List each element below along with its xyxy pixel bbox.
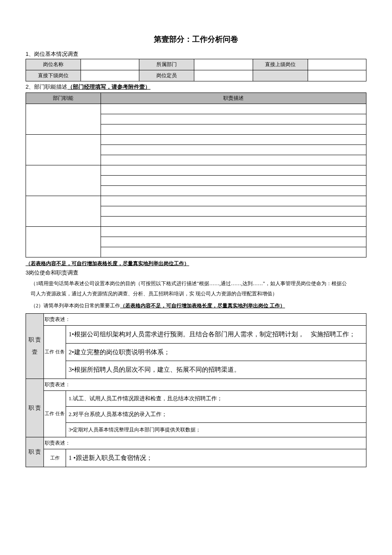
table-row: 工作 1 •跟进新入职员工食宿情况； (26, 449, 366, 467)
task-label: 工作 任务 (44, 390, 66, 437)
table-row: 2.对平台系统人员基本情况的录入工作； (26, 407, 366, 423)
desc-cell (101, 124, 366, 135)
duty-desc-label: 职责表述： (44, 437, 366, 449)
section-3-label: 岗位使命和职责调查 (29, 269, 78, 276)
duty-side-3: 职 责 (26, 437, 44, 467)
section-2-label: 、部门职能描述 (29, 84, 67, 90)
task-item: 1.试工、试用人员工作情况跟进和检查，且总结本次招聘工作； (66, 390, 366, 407)
table-row (26, 227, 366, 237)
task-label: 工作 任务 (44, 326, 66, 379)
section-1-heading: 1、岗位基本情况调查 (26, 50, 366, 58)
table-row: 职 责 职责表述： (26, 379, 366, 390)
table-row: 职 责 职责表述： (26, 437, 366, 449)
func-cell (26, 165, 101, 196)
duties-table: 职 责 壹 职责表述： 工作 任务 1•根据公司组织架构对人员需求进行预测。且结… (26, 313, 366, 467)
func-cell (26, 135, 101, 165)
table-row: 岗位名称 所属部门 直接上级岗位 (26, 59, 366, 70)
table-row: 工作 任务 1.试工、试用人员工作情况跟进和检查，且总结本次招聘工作； (26, 390, 366, 407)
table-row: 工作 任务 1•根据公司组织架构对人员需求进行预测。且结合各部门用人需求，制定招… (26, 326, 366, 344)
table-row: 部门职能 职责描述 (26, 93, 366, 104)
label-subordinate: 直接下级岗位 (26, 70, 81, 81)
para-3-1b: 司人力资源政策，通过人力资源情况的调查、分析、员工招聘和培训，实 现公司人力资源… (31, 291, 277, 297)
dept-function-table: 部门职能 职责描述 (26, 92, 366, 257)
desc-cell (101, 145, 366, 155)
func-cell (26, 196, 101, 227)
label-superior: 直接上级岗位 (253, 59, 308, 70)
desc-cell (101, 165, 366, 176)
label-position-name: 岗位名称 (26, 59, 81, 70)
label-empty (253, 70, 308, 81)
table2-note-text: （若表格内容不足，可自行增加表格长度，尽量真实地列举出岗位工作） (26, 260, 189, 266)
para-3-1: （1晴用壹句话简单表述公司设置本岗位的目的（可按照以下格式进行描述"根据……,通… (26, 278, 366, 299)
para-3-2: （2）请简单列举本岗位日常的重要工作（若表格内容不足，可自行增加表格长度，尽量真… (26, 301, 366, 311)
value-position-name (81, 59, 139, 70)
desc-cell (101, 135, 366, 145)
table-row: 3•定期对人员基本情况整理且向本部门同事提供关联数据； (26, 422, 366, 437)
table2-note: （若表格内容不足，可自行增加表格长度，尽量真实地列举出岗位工作） (26, 260, 366, 267)
desc-cell (101, 247, 366, 257)
table-row: 职 责 壹 职责表述： (26, 314, 366, 326)
section-3-heading: 3岗位使命和职责调查 (26, 269, 366, 277)
value-empty (308, 70, 366, 81)
task-item: 2.对平台系统人员基本情况的录入工作； (66, 407, 366, 423)
table-row (26, 196, 366, 206)
col-header-function: 部门职能 (26, 93, 101, 104)
value-superior (308, 59, 366, 70)
value-department (194, 59, 253, 70)
duty-side-2: 职 责 (26, 379, 44, 437)
label-department: 所属部门 (139, 59, 194, 70)
table-row: 2•建立完整的岗位职责说明书体系； (26, 343, 366, 361)
table-row: 直接下级岗位 岗位定员 (26, 70, 366, 81)
task-item: 1 •跟进新入职员工食宿情况； (66, 449, 366, 467)
page-title: 第壹部分：工作分析问卷 (26, 34, 366, 44)
desc-cell (101, 176, 366, 186)
desc-cell (101, 155, 366, 165)
table-row (26, 165, 366, 176)
section-2-bold: （部门经理填写，请参考附件壹） (67, 84, 150, 90)
label-headcount: 岗位定员 (139, 70, 194, 81)
func-cell (26, 227, 101, 257)
para-3-2b: （若表格内容不足，可自行增加表格长度，尽量真实地列举出岗位 工作） (120, 303, 285, 309)
desc-cell (101, 227, 366, 237)
section-1-label: 、岗位基本情况调查 (29, 51, 78, 57)
desc-cell (101, 217, 366, 227)
table-row (26, 104, 366, 114)
duty-desc-label: 职责表述： (44, 379, 366, 390)
basic-info-table: 岗位名称 所属部门 直接上级岗位 直接下级岗位 岗位定员 (26, 59, 366, 81)
desc-cell (101, 206, 366, 217)
task-label: 工作 (44, 449, 66, 467)
col-header-desc: 职责描述 (101, 93, 366, 104)
task-item: 2•建立完整的岗位职责说明书体系； (66, 343, 366, 361)
desc-cell (101, 114, 366, 124)
section-2-heading: 2、部门职能描述（部门经理填写，请参考附件壹） (26, 83, 366, 91)
desc-cell (101, 104, 366, 114)
desc-cell (101, 186, 366, 196)
duty-side-1: 职 责 壹 (26, 314, 44, 379)
table-row (26, 135, 366, 145)
value-subordinate (81, 70, 139, 81)
desc-cell (101, 237, 366, 247)
task-item: 3•根据所招聘人员的层次不同，建立、拓展不同的招聘渠道。 (66, 361, 366, 379)
value-headcount (194, 70, 253, 81)
para-3-2a: （2）请简单列举本岗位日常的重要工作 (31, 303, 120, 309)
func-cell (26, 104, 101, 135)
duty-desc-label: 职责表述： (44, 314, 366, 326)
table-row: 3•根据所招聘人员的层次不同，建立、拓展不同的招聘渠道。 (26, 361, 366, 379)
task-item: 3•定期对人员基本情况整理且向本部门同事提供关联数据； (66, 422, 366, 437)
para-3-1a: （1晴用壹句话简单表述公司设置本岗位的目的（可按照以下格式进行描述"根据……,通… (31, 280, 347, 286)
desc-cell (101, 196, 366, 206)
task-item: 1•根据公司组织架构对人员需求进行预测。且结合各部门用人需求，制定招聘计划， 实… (66, 326, 366, 344)
